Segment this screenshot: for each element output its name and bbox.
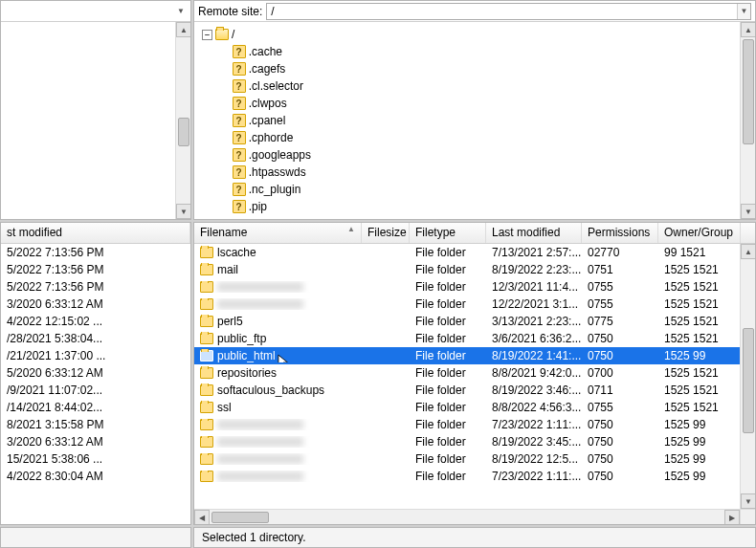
tree-item[interactable]: ? .clwpos: [202, 95, 755, 112]
col-permissions[interactable]: Permissions: [582, 223, 658, 243]
col-lastmod-left[interactable]: st modified: [1, 223, 190, 243]
local-list-row[interactable]: 4/2022 12:15:02 ...: [1, 313, 190, 330]
folder-icon: [200, 281, 213, 293]
file-row[interactable]: File folder12/22/2021 3:1...07551525 152…: [194, 296, 755, 313]
col-owner[interactable]: Owner/Group: [658, 223, 741, 243]
tree-item[interactable]: ? .cagefs: [202, 60, 755, 77]
scroll-up-icon[interactable]: ▲: [741, 22, 755, 37]
local-list-row[interactable]: 3/2020 6:33:12 AM: [1, 296, 190, 313]
tree-item[interactable]: ? .cl.selector: [202, 77, 755, 95]
tree-line: [223, 150, 230, 161]
local-list-row[interactable]: /14/2021 8:44:02...: [1, 399, 190, 416]
folder-icon: [200, 298, 213, 310]
unknown-folder-icon: ?: [233, 114, 246, 127]
tree-line: [223, 116, 230, 126]
local-list-row[interactable]: 5/2022 7:13:56 PM: [1, 244, 190, 261]
local-list-row[interactable]: 3/2020 6:33:12 AM: [1, 433, 190, 450]
scroll-down-icon[interactable]: ▼: [176, 204, 191, 219]
file-row[interactable]: File folder8/19/2022 12:5...07501525 99: [194, 450, 755, 468]
tree-item[interactable]: ? .htpasswds: [202, 164, 755, 181]
tree-item[interactable]: ? .cache: [202, 43, 755, 60]
col-lastmod[interactable]: Last modified: [486, 223, 582, 243]
file-row[interactable]: File folder7/23/2022 1:11:...07501525 99: [194, 416, 755, 433]
file-name-cell: ssl: [194, 401, 362, 414]
local-list-row[interactable]: 5/2022 7:13:56 PM: [1, 278, 190, 296]
col-filetype[interactable]: Filetype: [410, 223, 486, 243]
unknown-folder-icon: ?: [233, 131, 246, 144]
remote-tree-scrollbar[interactable]: ▲ ▼: [740, 22, 755, 219]
file-row[interactable]: perl5File folder3/13/2021 2:23:...077515…: [194, 313, 755, 330]
tree-item[interactable]: ? .googleapps: [202, 146, 755, 164]
file-row[interactable]: File folder7/23/2022 1:11:...07501525 99: [194, 468, 755, 485]
file-row[interactable]: softaculous_backupsFile folder8/19/2022 …: [194, 382, 755, 399]
file-row[interactable]: mailFile folder8/19/2022 2:23:...0751152…: [194, 261, 755, 278]
scroll-left-icon[interactable]: ◀: [194, 510, 210, 525]
chevron-down-icon[interactable]: ▼: [177, 7, 185, 15]
file-row[interactable]: File folder8/19/2022 3:45:...07501525 99: [194, 433, 755, 450]
file-type: File folder: [410, 418, 486, 431]
remote-list-scrollbar-v[interactable]: ▲ ▼: [740, 244, 755, 509]
file-name-cell: lscache: [194, 246, 362, 259]
local-list-row[interactable]: /21/2021 1:37:00 ...: [1, 347, 190, 364]
chevron-down-icon[interactable]: ▼: [737, 4, 750, 19]
file-owner: 1525 99: [658, 435, 741, 449]
local-list-row[interactable]: 15/2021 5:38:06 ...: [1, 450, 190, 468]
tree-line: [223, 47, 230, 57]
file-row[interactable]: lscacheFile folder7/13/2021 2:57:...0277…: [194, 244, 755, 261]
folder-icon: [200, 350, 213, 362]
folder-icon: [200, 264, 213, 275]
scroll-thumb[interactable]: [743, 328, 754, 433]
file-name-cell: public_html: [194, 349, 362, 362]
tree-line: [223, 185, 230, 195]
tree-item[interactable]: ? .cpanel: [202, 112, 755, 129]
col-filename[interactable]: Filename ▲: [194, 223, 362, 243]
local-tree-scrollbar[interactable]: ▲ ▼: [175, 22, 190, 219]
local-list-row[interactable]: 5/2020 6:33:12 AM: [1, 364, 190, 382]
file-name-cell: public_ftp: [194, 332, 362, 345]
col-filesize[interactable]: Filesize: [362, 223, 410, 243]
local-list-row[interactable]: 4/2022 8:30:04 AM: [1, 468, 190, 485]
tree-collapse-icon[interactable]: −: [202, 30, 212, 40]
tree-item[interactable]: ? .pip: [202, 198, 755, 215]
local-list-row[interactable]: /9/2021 11:07:02...: [1, 382, 190, 399]
scroll-down-icon[interactable]: ▼: [741, 204, 755, 219]
file-permissions: 0775: [582, 315, 658, 328]
local-list-row[interactable]: 5/2022 7:13:56 PM: [1, 261, 190, 278]
tree-root[interactable]: − /: [202, 26, 755, 43]
scroll-down-icon[interactable]: ▼: [741, 493, 756, 509]
tree-item[interactable]: ? .cphorde: [202, 129, 755, 146]
local-file-rows[interactable]: 5/2022 7:13:56 PM5/2022 7:13:56 PM5/2022…: [1, 244, 190, 524]
scroll-thumb[interactable]: [211, 512, 269, 523]
file-name-label: [217, 437, 303, 447]
remote-site-input[interactable]: / ▼: [266, 3, 751, 20]
scroll-thumb[interactable]: [743, 39, 754, 144]
scroll-right-icon[interactable]: ▶: [724, 510, 740, 525]
file-type: File folder: [410, 401, 486, 414]
local-list-row[interactable]: 8/2021 3:15:58 PM: [1, 416, 190, 433]
file-name-cell: perl5: [194, 315, 362, 328]
file-name-cell: [194, 453, 362, 465]
file-name-label: [217, 471, 303, 481]
file-row[interactable]: public_htmlFile folder8/19/2022 1:41:...…: [194, 347, 755, 364]
tree-item[interactable]: ? .nc_plugin: [202, 181, 755, 198]
file-row[interactable]: sslFile folder8/8/2022 4:56:3...07551525…: [194, 399, 755, 416]
local-site-bar[interactable]: ▼: [1, 1, 190, 22]
remote-list-scrollbar-h[interactable]: ◀ ▶: [194, 509, 740, 524]
status-text: Selected 1 directory.: [202, 531, 306, 544]
remote-file-rows[interactable]: lscacheFile folder7/13/2021 2:57:...0277…: [194, 244, 755, 524]
file-row[interactable]: public_ftpFile folder3/6/2021 6:36:2...0…: [194, 330, 755, 347]
local-list-row[interactable]: /28/2021 5:38:04...: [1, 330, 190, 347]
file-row[interactable]: File folder12/3/2021 11:4...07551525 152…: [194, 278, 755, 296]
folder-icon: [200, 419, 213, 430]
scroll-up-icon[interactable]: ▲: [741, 244, 756, 259]
folder-icon: [200, 436, 213, 448]
tree-line: [223, 167, 230, 178]
local-tree-pane[interactable]: ▼ ▲ ▼: [0, 0, 191, 220]
remote-tree[interactable]: − / ? .cache ? .cagefs ? .cl.selector ? …: [194, 22, 755, 219]
unknown-folder-icon: ?: [233, 148, 246, 162]
scroll-up-icon[interactable]: ▲: [176, 22, 191, 37]
file-name-cell: mail: [194, 263, 362, 276]
scroll-thumb[interactable]: [178, 118, 189, 146]
file-row[interactable]: repositoriesFile folder8/8/2021 9:42:0..…: [194, 364, 755, 382]
file-modified: 8/8/2022 4:56:3...: [486, 401, 582, 414]
